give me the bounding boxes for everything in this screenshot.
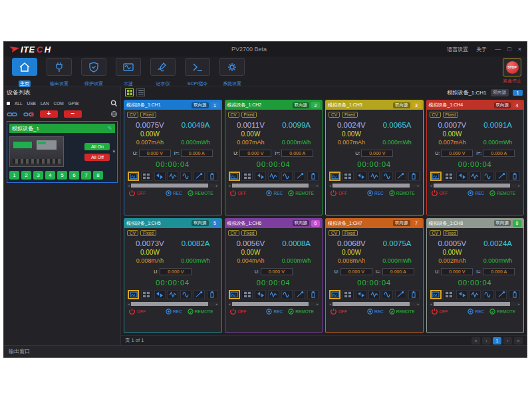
scrollbar-thumb[interactable] [332,302,410,306]
filter-all[interactable]: ALL [15,101,23,106]
scrollbar-thumb[interactable] [434,184,511,188]
emergency-stop-button[interactable]: STOP [503,58,521,76]
wave-export-button[interactable] [368,290,380,299]
output-state[interactable]: OFF [128,308,146,315]
toolbar-oscilloscope[interactable]: 示波 [113,58,144,88]
record-state[interactable]: REC [166,190,182,196]
scrollbar-thumb[interactable] [232,302,309,306]
battery-test-button[interactable] [408,290,420,299]
record-state[interactable]: REC [367,190,384,196]
current-set-input[interactable]: 0.000 A [483,150,515,157]
output-window-bar[interactable]: 输出窗口 [4,345,527,357]
page-number-button[interactable]: 1 [493,337,501,344]
channel-button-7[interactable]: 7 [81,171,91,180]
display-curve-button[interactable] [430,290,442,299]
globe-icon[interactable] [110,110,118,118]
record-state[interactable]: REC [166,309,182,315]
channel-button-2[interactable]: 2 [21,171,31,180]
channel-card[interactable]: 模拟设备_1:CH7 双向源 7 CV Fixed 0.0068V 0.0075… [325,218,424,334]
channel-button-3[interactable]: 3 [33,171,43,180]
data-table-button[interactable] [443,290,454,299]
battery-test-button[interactable] [307,172,319,181]
card-scrollbar[interactable]: ◂ ▸ [228,302,320,306]
toolbar-system-settings[interactable]: 系统设置 [217,58,247,88]
voltage-set-input[interactable]: 0.000 V [441,268,473,275]
current-set-input[interactable]: 0.000 A [483,268,515,275]
scroll-right-icon[interactable]: ▸ [417,184,420,188]
scroll-right-icon[interactable]: ▸ [215,184,219,188]
slope-edit-button[interactable] [495,172,507,181]
remote-state[interactable]: REMOTE [489,190,515,196]
sine-wave-button[interactable] [180,290,192,299]
output-state[interactable]: OFF [431,190,448,197]
transfer-button[interactable] [154,290,166,299]
prev-page-button[interactable]: ‹ [482,337,491,344]
wave-export-button[interactable] [167,290,178,299]
scroll-right-icon[interactable]: ▸ [517,302,521,306]
scroll-left-icon[interactable]: ◂ [430,302,433,306]
remote-state[interactable]: REMOTE [288,190,314,196]
wave-export-button[interactable] [469,172,481,181]
sine-wave-button[interactable] [281,290,293,299]
data-table-button[interactable] [342,290,354,299]
voltage-set-input[interactable]: 0.000 V [239,150,271,157]
disconnect-link-icon[interactable] [23,111,34,118]
scrollbar-thumb[interactable] [131,184,208,188]
remote-state[interactable]: REMOTE [389,190,415,196]
toolbar-recorder[interactable]: 记录仪 [148,58,178,88]
edit-device-icon[interactable]: ✎ [107,125,112,132]
scroll-right-icon[interactable]: ▸ [517,184,521,188]
remote-state[interactable]: REMOTE [389,309,415,315]
display-curve-button[interactable] [430,172,442,181]
record-state[interactable]: REC [467,309,484,315]
scroll-left-icon[interactable]: ◂ [329,302,332,306]
sine-wave-button[interactable] [382,290,393,299]
channel-card[interactable]: 模拟设备_1:CH8 双向源 8 CV Fixed 0.0005V 0.0024… [426,218,525,334]
battery-test-button[interactable] [307,290,319,299]
card-scrollbar[interactable]: ◂ ▸ [430,302,521,306]
display-curve-button[interactable] [329,172,340,181]
scroll-left-icon[interactable]: ◂ [127,184,130,188]
battery-test-button[interactable] [509,172,520,181]
channel-card[interactable]: 模拟设备_1:CH2 双向源 2 CV Fixed 0.0011V 0.0099… [225,100,323,215]
scroll-left-icon[interactable]: ◂ [127,302,130,306]
voltage-set-input[interactable]: 0.000 V [340,268,372,275]
all-checkbox[interactable] [7,102,10,105]
toolbar-protection-settings[interactable]: 保护设置 [78,58,109,88]
display-curve-button[interactable] [329,290,340,299]
all-off-button[interactable]: All Off [84,154,110,161]
data-table-button[interactable] [141,172,152,181]
record-state[interactable]: REC [467,190,484,196]
toolbar-home[interactable]: 主页 [9,58,40,88]
output-state[interactable]: OFF [128,190,146,197]
all-on-button[interactable]: All On [84,143,110,150]
toolbar-output-settings[interactable]: 输出设置 [44,58,74,88]
toolbar-scpi[interactable]: SCPI指令 [182,58,213,88]
output-state[interactable]: OFF [229,308,247,315]
scroll-right-icon[interactable]: ▸ [316,184,319,188]
current-set-input[interactable]: 0.000 A [382,268,414,275]
remote-state[interactable]: REMOTE [288,309,314,315]
slope-edit-button[interactable] [294,290,305,299]
slope-edit-button[interactable] [294,172,305,181]
slope-edit-button[interactable] [194,290,205,299]
voltage-set-input[interactable]: 0.000 V [441,150,473,157]
filter-lan[interactable]: LAN [41,101,49,106]
filter-com[interactable]: COM [54,101,64,106]
search-icon[interactable] [110,100,118,107]
output-state[interactable]: OFF [330,190,347,197]
wave-export-button[interactable] [268,290,279,299]
battery-test-button[interactable] [207,172,218,181]
data-table-button[interactable] [141,290,152,299]
channel-card[interactable]: 模拟设备_1:CH3 双向源 3 CV Fixed 0.0024V 0.0065… [325,100,424,215]
scroll-left-icon[interactable]: ◂ [228,184,231,188]
scroll-left-icon[interactable]: ◂ [430,184,433,188]
sine-wave-button[interactable] [180,172,192,181]
channel-button-4[interactable]: 4 [45,171,55,180]
wave-export-button[interactable] [368,172,380,181]
battery-test-button[interactable] [408,172,420,181]
first-page-button[interactable]: « [471,337,480,344]
current-set-input[interactable]: 0.000 A [181,150,213,157]
voltage-set-input[interactable]: 0.000 V [361,150,393,157]
transfer-button[interactable] [456,172,467,181]
